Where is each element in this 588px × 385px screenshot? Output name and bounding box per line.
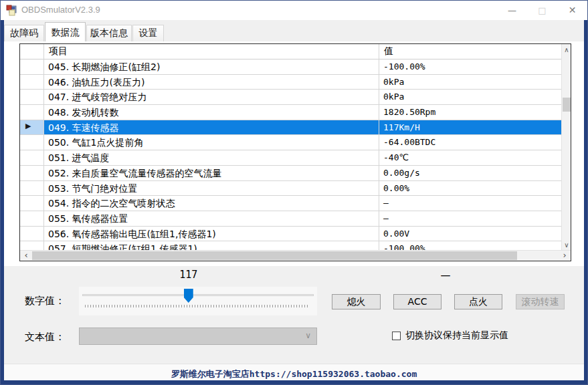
window-border-left bbox=[1, 20, 4, 384]
table-row[interactable]: ▶053. 节气门绝对位置0.00% bbox=[20, 181, 561, 197]
table-row[interactable]: ▶046. 油轨压力(表压力)0kPa bbox=[20, 75, 561, 90]
table-row[interactable]: ▶045. 长期燃油修正(缸组2)-100.00% bbox=[20, 59, 561, 75]
row-header[interactable]: ▶ bbox=[20, 211, 44, 227]
grid-header-rowselector bbox=[20, 44, 44, 59]
grid-header-value[interactable]: 值 bbox=[379, 44, 561, 59]
keep-value-checkbox-label[interactable]: 切换协议保持当前显示值 bbox=[405, 330, 508, 342]
row-header[interactable]: ▶ bbox=[20, 241, 44, 251]
acc-button[interactable]: ACC bbox=[393, 294, 442, 309]
row-header[interactable]: ▶ bbox=[20, 196, 44, 211]
table-row[interactable]: ▶057. 短期燃油修正(缸组1,传感器1)-100.00% bbox=[20, 241, 561, 251]
row-header[interactable]: ▶ bbox=[20, 150, 44, 166]
row-header[interactable]: ▶ bbox=[20, 181, 44, 197]
row-header[interactable]: ▶ bbox=[20, 120, 44, 136]
row-header[interactable]: ▶ bbox=[20, 59, 44, 75]
vertical-scrollbar[interactable]: ∧ ∨ bbox=[561, 44, 571, 251]
table-row[interactable]: ▶051. 进气温度-40℃ bbox=[20, 150, 561, 166]
slider-track[interactable] bbox=[82, 294, 314, 296]
horizontal-scroll-thumb[interactable] bbox=[32, 251, 517, 260]
text-value-label: 文本值： bbox=[25, 331, 65, 344]
vertical-scroll-thumb[interactable] bbox=[563, 98, 571, 112]
tab-settings[interactable]: 设置 bbox=[132, 25, 164, 41]
close-button[interactable]: ✕ bbox=[557, 1, 587, 20]
scroll-down-icon[interactable]: ∨ bbox=[562, 240, 571, 250]
text-value-combobox[interactable]: ∨ bbox=[79, 328, 317, 345]
tab-data-stream[interactable]: 数据流 bbox=[45, 22, 86, 41]
item-cell[interactable]: 046. 油轨压力(表压力) bbox=[44, 75, 379, 90]
scroll-left-icon[interactable]: ‹ bbox=[21, 251, 31, 261]
value-cell[interactable]: 0.00% bbox=[379, 181, 561, 197]
numeric-value-slider[interactable] bbox=[79, 287, 317, 315]
table-row[interactable]: ▶047. 进气歧管绝对压力0kPa bbox=[20, 90, 561, 105]
item-cell[interactable]: 052. 来自质量空气流量传感器的空气流量 bbox=[44, 166, 379, 181]
rolling-rpm-button[interactable]: 滚动转速 bbox=[516, 294, 565, 309]
item-cell[interactable]: 049. 车速传感器 bbox=[44, 120, 379, 136]
table-row[interactable]: ▶048. 发动机转数1820.50Rpm bbox=[20, 105, 561, 120]
keep-value-option: 切换协议保持当前显示值 bbox=[392, 330, 508, 342]
value-cell[interactable]: — bbox=[379, 211, 561, 227]
value-cell[interactable]: 1820.50Rpm bbox=[379, 105, 561, 120]
item-cell[interactable]: 057. 短期燃油修正(缸组1,传感器1) bbox=[44, 241, 379, 251]
value-cell[interactable]: -100.00% bbox=[379, 241, 561, 251]
item-cell[interactable]: 050. 气缸1点火提前角 bbox=[44, 135, 379, 150]
numeric-value-display: 117 bbox=[165, 269, 212, 281]
table-row[interactable]: ▶052. 来自质量空气流量传感器的空气流量0.00g/s bbox=[20, 166, 561, 181]
value-cell[interactable]: 0kPa bbox=[379, 75, 561, 90]
item-cell[interactable]: 045. 长期燃油修正(缸组2) bbox=[44, 59, 379, 75]
table-row[interactable]: ▶050. 气缸1点火提前角-64.00BTDC bbox=[20, 135, 561, 150]
row-header[interactable]: ▶ bbox=[20, 227, 44, 242]
grid-header-item[interactable]: 项目 bbox=[44, 44, 379, 59]
app-icon bbox=[6, 5, 17, 16]
table-row[interactable]: ▶049. 车速传感器117Km/H bbox=[20, 120, 561, 136]
engine-off-button[interactable]: 熄火 bbox=[332, 294, 381, 309]
window-title: OBDSmulatorV2.3.9 bbox=[21, 5, 100, 15]
row-header[interactable]: ▶ bbox=[20, 90, 44, 105]
row-header[interactable]: ▶ bbox=[20, 75, 44, 90]
tab-fault-codes[interactable]: 故障码 bbox=[4, 25, 44, 41]
text-value-display: — bbox=[422, 269, 469, 281]
table-row[interactable]: ▶056. 氧传感器输出电压(缸组1,传感器1)0.00V bbox=[20, 227, 561, 242]
table-row[interactable]: ▶055. 氧传感器位置— bbox=[20, 211, 561, 227]
value-cell[interactable]: 0kPa bbox=[379, 90, 561, 105]
item-cell[interactable]: 051. 进气温度 bbox=[44, 150, 379, 166]
value-cell[interactable]: -40℃ bbox=[379, 150, 561, 166]
horizontal-scrollbar[interactable]: ‹ › bbox=[20, 250, 571, 261]
item-cell[interactable]: 048. 发动机转数 bbox=[44, 105, 379, 120]
value-cell[interactable]: 0.00g/s bbox=[379, 166, 561, 181]
title-bar: OBDSmulatorV2.3.9 — □ ✕ bbox=[1, 1, 587, 20]
value-cell[interactable]: 0.00V bbox=[379, 227, 561, 242]
scroll-right-icon[interactable]: › bbox=[559, 251, 570, 261]
row-header[interactable]: ▶ bbox=[20, 135, 44, 150]
value-cell[interactable]: -64.00BTDC bbox=[379, 135, 561, 150]
tab-strip: 故障码 数据流 版本信息 设置 bbox=[1, 20, 587, 41]
value-cell[interactable]: -100.00% bbox=[379, 59, 561, 75]
row-header[interactable]: ▶ bbox=[20, 105, 44, 120]
row-header[interactable]: ▶ bbox=[20, 166, 44, 181]
grid-header: 项目 值 bbox=[20, 44, 561, 59]
item-cell[interactable]: 053. 节气门绝对位置 bbox=[44, 181, 379, 197]
keep-value-checkbox[interactable] bbox=[392, 332, 401, 340]
window-border-right bbox=[584, 20, 587, 384]
item-cell[interactable]: 047. 进气歧管绝对压力 bbox=[44, 90, 379, 105]
footer: 罗斯维尔电子淘宝店https://shop115932063.taobao.co… bbox=[4, 364, 584, 382]
item-cell[interactable]: 055. 氧传感器位置 bbox=[44, 211, 379, 227]
app-window: OBDSmulatorV2.3.9 — □ ✕ 故障码 数据流 版本信息 设置 … bbox=[0, 0, 588, 385]
taobao-shop-link[interactable]: 罗斯维尔电子淘宝店https://shop115932063.taobao.co… bbox=[171, 368, 417, 380]
value-cell[interactable]: 117Km/H bbox=[379, 120, 561, 136]
item-cell[interactable]: 056. 氧传感器输出电压(缸组1,传感器1) bbox=[44, 227, 379, 242]
slider-ticks bbox=[85, 305, 310, 307]
chevron-down-icon: ∨ bbox=[305, 331, 311, 340]
item-cell[interactable]: 054. 指令的二次空气喷射状态 bbox=[44, 196, 379, 211]
data-stream-grid: 项目 值 ▶045. 长期燃油修正(缸组2)-100.00%▶046. 油轨压力… bbox=[19, 43, 571, 261]
numeric-value-label: 数字值： bbox=[25, 295, 65, 307]
minimize-button[interactable]: — bbox=[497, 1, 527, 20]
maximize-button[interactable]: □ bbox=[527, 1, 557, 20]
window-border-bottom bbox=[1, 380, 587, 384]
tab-version-info[interactable]: 版本信息 bbox=[86, 25, 132, 41]
current-row-arrow-icon: ▶ bbox=[25, 122, 31, 130]
value-cell[interactable]: — bbox=[379, 196, 561, 211]
ignition-button[interactable]: 点火 bbox=[454, 294, 502, 309]
scroll-up-icon[interactable]: ∧ bbox=[562, 45, 571, 55]
table-row[interactable]: ▶054. 指令的二次空气喷射状态— bbox=[20, 196, 561, 211]
slider-thumb[interactable] bbox=[184, 289, 193, 303]
